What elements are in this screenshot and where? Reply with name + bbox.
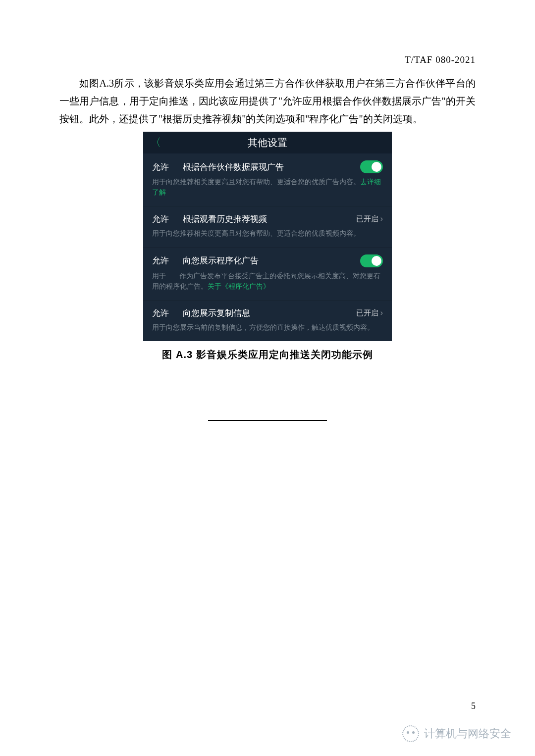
setting-item: 允许 向您展示复制信息 已开启 › 用于向您展示当前的复制信息，方便您的直接操作… xyxy=(143,301,392,341)
chevron-right-icon: › xyxy=(380,214,383,223)
setting-item: 允许 向您展示程序化广告 用于 作为广告发布平台接受广告主的委托向您展示相关度高… xyxy=(143,248,392,301)
body-paragraph: 如图A.3所示，该影音娱乐类应用会通过第三方合作伙伴获取用户在第三方合作伙伴平台… xyxy=(59,74,476,128)
setting-title: 根据观看历史推荐视频 xyxy=(183,213,342,225)
wechat-icon xyxy=(402,725,419,742)
setting-description: 用于向您展示当前的复制信息，方便您的直接操作，触达优质视频内容。 xyxy=(152,323,383,333)
document-code: T/TAF 080-2021 xyxy=(59,54,476,65)
setting-title: 向您展示程序化广告 xyxy=(183,255,346,266)
toggle-switch[interactable] xyxy=(360,160,383,173)
setting-item: 允许 根据观看历史推荐视频 已开启 › 用于向您推荐相关度更高且对您有帮助、更适… xyxy=(143,206,392,248)
status-button[interactable]: 已开启 › xyxy=(356,214,383,224)
status-text: 已开启 xyxy=(356,214,378,224)
setting-description: 用于 作为广告发布平台接受广告主的委托向您展示相关度高、对您更有用的程序化广告。… xyxy=(152,271,383,292)
allow-label: 允许 xyxy=(152,255,169,266)
desc-text: 用于向您推荐相关度更高且对您有帮助、更适合您的优质广告内容。 xyxy=(152,178,360,186)
setting-item: 允许 根据合作伙伴数据展现广告 用于向您推荐相关度更高且对您有帮助、更适合您的优… xyxy=(143,153,392,206)
end-divider xyxy=(208,420,327,421)
setting-description: 用于向您推荐相关度更高且对您有帮助、更适合您的优质视频内容。 xyxy=(152,229,383,239)
setting-row: 允许 向您展示复制信息 已开启 › xyxy=(152,307,383,319)
setting-row: 允许 向您展示程序化广告 xyxy=(152,254,383,267)
allow-label: 允许 xyxy=(152,213,169,225)
chevron-right-icon: › xyxy=(380,308,383,317)
setting-title: 根据合作伙伴数据展现广告 xyxy=(183,161,346,173)
setting-description: 用于向您推荐相关度更高且对您有帮助、更适合您的优质广告内容。去详细了解 xyxy=(152,177,383,198)
figure-caption: 图 A.3 影音娱乐类应用定向推送关闭功能示例 xyxy=(59,348,476,361)
status-text: 已开启 xyxy=(356,308,378,318)
page-number: 5 xyxy=(471,701,476,711)
document-page: T/TAF 080-2021 如图A.3所示，该影音娱乐类应用会通过第三方合作伙… xyxy=(0,0,535,421)
phone-header: 〈 其他设置 xyxy=(143,132,392,153)
phone-screenshot: 〈 其他设置 允许 根据合作伙伴数据展现广告 用于向您推荐相关度更高且对您有帮助… xyxy=(143,132,392,341)
watermark: 计算机与网络安全 xyxy=(402,725,511,742)
back-icon[interactable]: 〈 xyxy=(150,137,161,148)
setting-row: 允许 根据合作伙伴数据展现广告 xyxy=(152,160,383,173)
watermark-text: 计算机与网络安全 xyxy=(424,726,511,741)
screenshot-figure: 〈 其他设置 允许 根据合作伙伴数据展现广告 用于向您推荐相关度更高且对您有帮助… xyxy=(143,132,392,341)
allow-label: 允许 xyxy=(152,307,169,319)
setting-title: 向您展示复制信息 xyxy=(183,307,342,319)
status-button[interactable]: 已开启 › xyxy=(356,308,383,318)
screen-title: 其他设置 xyxy=(143,136,392,150)
desc-text: 用于向您推荐相关度更高且对您有帮助、更适合您的优质视频内容。 xyxy=(152,230,360,237)
toggle-switch[interactable] xyxy=(360,254,383,267)
allow-label: 允许 xyxy=(152,161,169,173)
desc-text: 用于向您展示当前的复制信息，方便您的直接操作，触达优质视频内容。 xyxy=(152,324,374,331)
setting-row: 允许 根据观看历史推荐视频 已开启 › xyxy=(152,213,383,225)
desc-link[interactable]: 关于《程序化广告》 xyxy=(208,283,270,290)
